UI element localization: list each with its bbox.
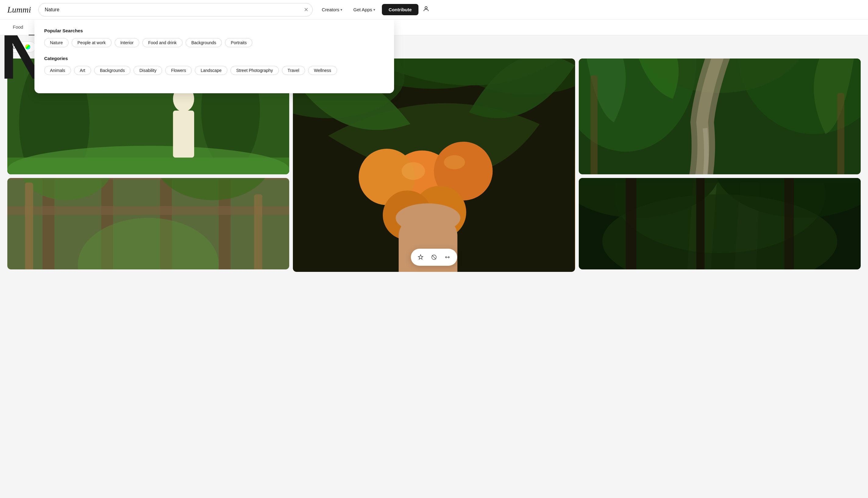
svg-rect-7 [173, 110, 194, 158]
categories-title: Categories [44, 56, 384, 61]
svg-rect-58 [784, 178, 794, 270]
get-apps-nav-button[interactable]: Get Apps ▾ [349, 4, 379, 15]
category-pill-animals[interactable]: Animals [44, 66, 71, 75]
category-pill-wellness[interactable]: Wellness [308, 66, 337, 75]
creators-nav-button[interactable]: Creators ▾ [318, 4, 347, 15]
category-pill-flowers[interactable]: Flowers [165, 66, 192, 75]
popular-pill-people-at-work[interactable]: People at work [71, 38, 111, 47]
svg-rect-49 [837, 93, 844, 174]
category-pill-disability[interactable]: Disability [133, 66, 162, 75]
svg-point-35 [402, 162, 425, 180]
user-profile-button[interactable] [421, 4, 431, 16]
logo[interactable]: Lummi [7, 5, 31, 15]
float-action-bar [411, 249, 457, 266]
photo-card-4[interactable] [7, 178, 289, 270]
get-apps-chevron-icon: ▾ [373, 8, 375, 12]
svg-rect-56 [626, 178, 636, 270]
svg-point-38 [396, 203, 461, 233]
color-filter-button[interactable]: Color [7, 41, 36, 52]
tab-food[interactable]: Food [7, 19, 29, 35]
popular-pill-interior[interactable]: Interior [115, 38, 140, 47]
search-wrapper: ✕ [38, 3, 313, 16]
search-input[interactable] [38, 3, 313, 16]
photo-card-3[interactable] [579, 58, 861, 174]
fab-resize-button[interactable] [441, 251, 453, 263]
photo-card-5[interactable] [579, 178, 861, 270]
categories-pills-row: Animals Art Backgrounds Disability Flowe… [44, 66, 384, 75]
svg-line-42 [432, 255, 436, 259]
popular-pills-row: Nature People at work Interior Food and … [44, 38, 384, 47]
popular-pill-food-and-drink[interactable]: Food and drink [142, 38, 182, 47]
search-clear-button[interactable]: ✕ [304, 6, 308, 13]
category-pill-landscape[interactable]: Landscape [195, 66, 227, 75]
category-pill-street-photography[interactable]: Street Photography [231, 66, 279, 75]
header-nav: Creators ▾ Get Apps ▾ Contribute [318, 4, 431, 16]
creators-chevron-icon: ▾ [340, 8, 342, 12]
fab-circle-button[interactable] [428, 251, 440, 263]
svg-rect-19 [7, 206, 289, 215]
popular-searches-title: Popular Searches [44, 28, 384, 33]
color-filter-label: Color [13, 44, 23, 49]
svg-rect-23 [25, 183, 33, 270]
svg-rect-24 [254, 194, 262, 270]
get-apps-label: Get Apps [353, 7, 372, 12]
contribute-button[interactable]: Contribute [382, 4, 419, 15]
user-icon [423, 5, 430, 14]
svg-point-36 [444, 155, 465, 169]
popular-pill-portraits[interactable]: Portraits [225, 38, 252, 47]
category-pill-travel[interactable]: Travel [282, 66, 305, 75]
category-pill-art[interactable]: Art [74, 66, 91, 75]
fab-pin-button[interactable] [415, 251, 427, 263]
svg-point-0 [425, 6, 427, 9]
search-dropdown: Popular Searches Nature People at work I… [35, 19, 394, 93]
popular-pill-nature[interactable]: Nature [44, 38, 69, 47]
creators-label: Creators [322, 7, 340, 12]
svg-rect-48 [590, 75, 597, 174]
svg-rect-57 [696, 178, 704, 270]
color-dot-icon [25, 44, 30, 50]
popular-pill-backgrounds[interactable]: Backgrounds [186, 38, 222, 47]
category-pill-backgrounds[interactable]: Backgrounds [94, 66, 131, 75]
header: Lummi ✕ Creators ▾ Get Apps ▾ Contribute [0, 0, 868, 19]
